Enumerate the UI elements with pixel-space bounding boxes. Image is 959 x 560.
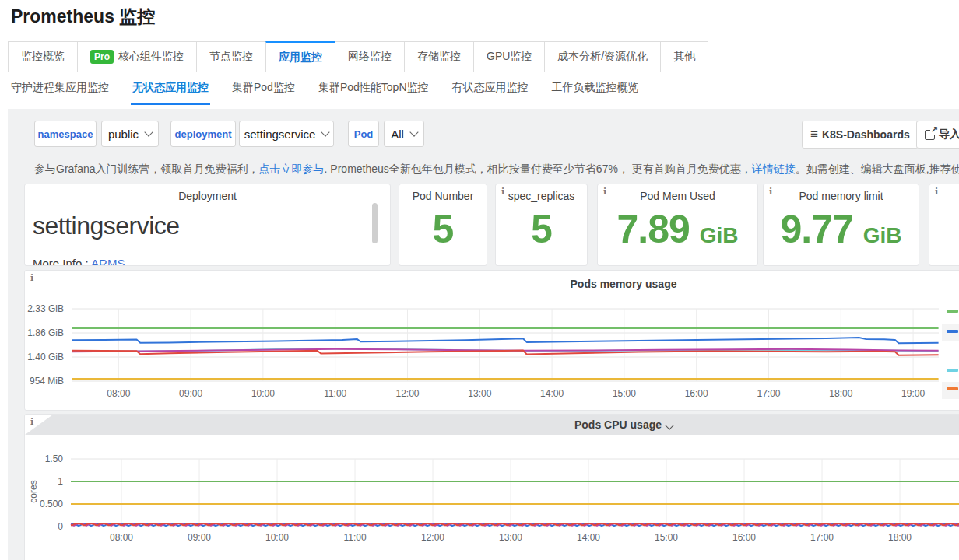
tab-application[interactable]: 应用监控 — [265, 41, 335, 72]
svg-text:15:00: 15:00 — [655, 532, 678, 543]
subtab-statefulset[interactable]: 有状态应用监控 — [452, 81, 529, 105]
import-button[interactable]: 导入G — [916, 121, 959, 149]
stat-title: Deployment — [25, 190, 390, 202]
info-icon[interactable]: i — [30, 417, 33, 427]
svg-text:08:00: 08:00 — [107, 388, 130, 399]
deployment-value: settingservice — [33, 212, 390, 240]
namespace-label: namespace — [34, 121, 97, 147]
svg-text:1.50: 1.50 — [45, 453, 64, 464]
more-info: More Info : ARMS — [33, 257, 125, 266]
tab-storage[interactable]: 存储监控 — [404, 41, 474, 72]
tab-core-components[interactable]: Pro 核心组件监控 — [77, 41, 197, 72]
svg-text:13:00: 13:00 — [499, 532, 522, 543]
cpu-chart-title[interactable]: Pods CPU usage — [25, 415, 959, 435]
svg-text:18:00: 18:00 — [829, 388, 852, 399]
deployment-stat-panel: Deployment settingservice More Info : AR… — [24, 184, 391, 266]
cpu-chart: 00.50011.5008:0009:0010:0011:0012:0013:0… — [25, 415, 959, 560]
svg-text:17:00: 17:00 — [757, 388, 780, 399]
svg-text:09:00: 09:00 — [188, 532, 211, 543]
stat-title: spec_replicas — [496, 190, 587, 202]
info-icon[interactable]: i — [501, 187, 504, 197]
info-icon[interactable]: i — [603, 187, 606, 197]
info-icon[interactable]: i — [935, 187, 938, 197]
svg-text:19:00: 19:00 — [901, 388, 925, 399]
svg-text:2.33 GiB: 2.33 GiB — [27, 303, 64, 314]
memory-chart: 954 MiB1.40 GiB1.86 GiB2.33 GiB08:0009:0… — [25, 271, 959, 411]
page-title: Prometheus 监控 — [11, 5, 155, 29]
svg-text:08:00: 08:00 — [110, 532, 133, 543]
svg-text:14:00: 14:00 — [540, 388, 564, 399]
primary-tabs: 监控概览 Pro 核心组件监控 节点监控 应用监控 网络监控 存储监控 GPU监… — [8, 41, 708, 72]
panel-scrollbar[interactable] — [372, 203, 378, 243]
svg-text:11:00: 11:00 — [343, 532, 366, 543]
banner-details-link[interactable]: 详情链接 — [752, 163, 796, 175]
svg-text:15:00: 15:00 — [613, 388, 636, 399]
svg-text:16:00: 16:00 — [732, 532, 756, 543]
info-icon[interactable]: i — [30, 273, 33, 283]
svg-text:1.86 GiB: 1.86 GiB — [27, 327, 64, 338]
stat-title: Pod memory limit — [764, 190, 919, 202]
svg-text:16:00: 16:00 — [685, 388, 708, 399]
pod-mem-used-panel: i Pod Mem Used 7.89 GiB — [597, 184, 758, 266]
svg-text:18:00: 18:00 — [888, 532, 912, 543]
banner-join-link[interactable]: 点击立即参与 — [259, 163, 325, 175]
chevron-down-icon — [144, 128, 153, 136]
tab-cost[interactable]: 成本分析/资源优化 — [544, 41, 661, 72]
k8s-dashboards-button[interactable]: ≡ K8S-Dashboards — [802, 121, 919, 149]
chevron-down-icon — [409, 128, 418, 136]
stat-title: Pod Number — [399, 190, 487, 202]
partial-stat-panel: i — [929, 184, 959, 266]
subtab-deployment[interactable]: 无状态应用监控 — [132, 81, 209, 105]
secondary-tabs: 守护进程集应用监控 无状态应用监控 集群Pod监控 集群Pod性能TopN监控 … — [11, 81, 639, 105]
spec-replicas-value: 5 — [496, 207, 587, 252]
spec-replicas-panel: i spec_replicas 5 — [495, 184, 588, 266]
tab-gpu[interactable]: GPU监控 — [473, 41, 545, 72]
svg-text:954 MiB: 954 MiB — [30, 376, 64, 387]
svg-text:1: 1 — [58, 476, 63, 487]
svg-text:0.500: 0.500 — [40, 499, 63, 509]
banner-text: . Prometheus全新包年包月模式，相比按量付费至少节省67%， 更有首购… — [325, 163, 752, 175]
subtab-cluster-pod[interactable]: 集群Pod监控 — [232, 81, 295, 105]
subtab-workload-overview[interactable]: 工作负载监控概览 — [552, 81, 639, 105]
external-link-icon — [925, 130, 935, 140]
memory-chart-panel: i Pods memory usage 954 MiB1.40 GiB1.86 … — [24, 270, 959, 411]
svg-text:11:00: 11:00 — [324, 388, 346, 399]
memory-chart-title: Pods memory usage — [25, 278, 959, 290]
chevron-down-icon — [321, 128, 330, 136]
tab-overview[interactable]: 监控概览 — [8, 41, 78, 72]
pod-select[interactable]: All — [384, 121, 424, 147]
pod-memory-limit-panel: i Pod memory limit 9.77 GiB — [763, 184, 919, 266]
svg-text:17:00: 17:00 — [810, 532, 834, 543]
subtab-daemonset[interactable]: 守护进程集应用监控 — [11, 81, 109, 105]
menu-icon: ≡ — [810, 127, 818, 142]
pod-mem-used-value: 7.89 GiB — [598, 207, 757, 252]
svg-text:09:00: 09:00 — [179, 388, 202, 399]
chevron-down-icon — [665, 421, 673, 429]
svg-text:10:00: 10:00 — [251, 388, 275, 399]
namespace-select[interactable]: public — [101, 121, 159, 147]
banner-text: 。如需创建、编辑大盘面板,推荐使用 — [796, 163, 959, 175]
svg-text:12:00: 12:00 — [421, 532, 444, 543]
deployment-label: deployment — [170, 121, 236, 147]
tab-other[interactable]: 其他 — [660, 41, 708, 72]
subtab-pod-topn[interactable]: 集群Pod性能TopN监控 — [318, 81, 429, 105]
banner-text: 参与Grafana入门训练营，领取首月免费福利， — [34, 163, 259, 175]
cpu-chart-panel: i Pods CPU usage cores 00.50011.5008:000… — [24, 414, 959, 560]
svg-text:12:00: 12:00 — [395, 388, 419, 399]
deployment-select[interactable]: settingservice — [239, 121, 334, 147]
arms-link[interactable]: ARMS — [91, 257, 125, 266]
tab-node[interactable]: 节点监控 — [196, 41, 266, 72]
svg-text:0: 0 — [58, 521, 63, 532]
svg-text:13:00: 13:00 — [468, 388, 491, 399]
pod-number-panel: Pod Number 5 — [399, 184, 487, 266]
svg-text:1.40 GiB: 1.40 GiB — [27, 352, 64, 362]
svg-text:10:00: 10:00 — [265, 532, 289, 543]
info-icon[interactable]: i — [769, 187, 772, 197]
svg-text:14:00: 14:00 — [577, 532, 600, 543]
pod-number-value: 5 — [399, 207, 487, 252]
pod-memory-limit-value: 9.77 GiB — [764, 207, 919, 252]
stat-title: Pod Mem Used — [598, 190, 757, 202]
tab-network[interactable]: 网络监控 — [335, 41, 405, 72]
dashboard-area: namespace public deployment settingservi… — [8, 109, 959, 560]
pro-badge: Pro — [90, 50, 114, 64]
